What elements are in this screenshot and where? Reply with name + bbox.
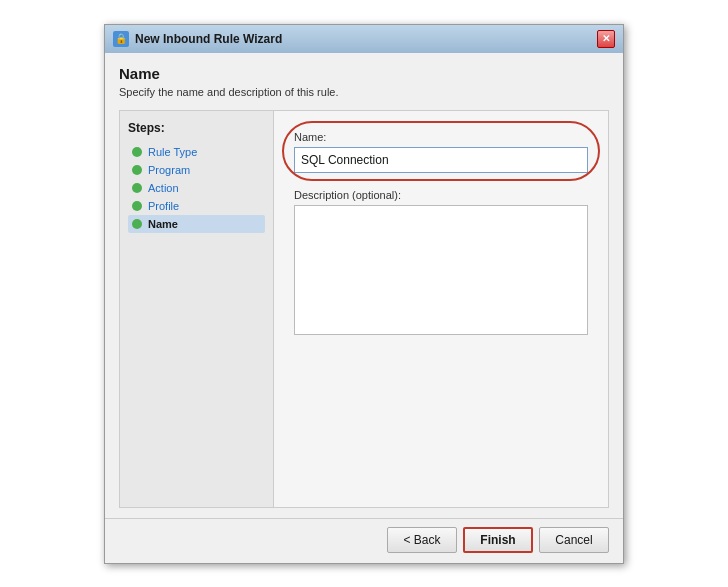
- finish-button[interactable]: Finish: [463, 527, 533, 553]
- name-section: Name:: [294, 131, 588, 173]
- step-label-name: Name: [148, 218, 178, 230]
- title-bar: 🔒 New Inbound Rule Wizard ✕: [105, 25, 623, 53]
- wizard-window: 🔒 New Inbound Rule Wizard ✕ Name Specify…: [104, 24, 624, 564]
- sidebar-item-profile[interactable]: Profile: [128, 197, 265, 215]
- step-label-action: Action: [148, 182, 179, 194]
- description-section: Description (optional):: [294, 189, 588, 338]
- sidebar-item-rule-type[interactable]: Rule Type: [128, 143, 265, 161]
- sidebar-item-action[interactable]: Action: [128, 179, 265, 197]
- step-dot-name: [132, 219, 142, 229]
- step-label-profile: Profile: [148, 200, 179, 212]
- sidebar-item-name[interactable]: Name: [128, 215, 265, 233]
- page-subtitle: Specify the name and description of this…: [119, 86, 609, 98]
- name-input[interactable]: [294, 147, 588, 173]
- footer: < Back Finish Cancel: [105, 518, 623, 563]
- step-dot-profile: [132, 201, 142, 211]
- description-field-label: Description (optional):: [294, 189, 588, 201]
- page-title: Name: [119, 65, 609, 82]
- main-area: Steps: Rule Type Program Action Profile: [119, 110, 609, 508]
- step-label-rule-type: Rule Type: [148, 146, 197, 158]
- cancel-button[interactable]: Cancel: [539, 527, 609, 553]
- window-title: New Inbound Rule Wizard: [135, 32, 591, 46]
- step-dot-rule-type: [132, 147, 142, 157]
- sidebar-item-program[interactable]: Program: [128, 161, 265, 179]
- step-dot-action: [132, 183, 142, 193]
- name-field-label: Name:: [294, 131, 588, 143]
- window-content: Name Specify the name and description of…: [105, 53, 623, 518]
- back-button[interactable]: < Back: [387, 527, 457, 553]
- step-dot-program: [132, 165, 142, 175]
- steps-label: Steps:: [128, 121, 265, 135]
- content-panel: Name: Description (optional):: [274, 110, 609, 508]
- window-icon: 🔒: [113, 31, 129, 47]
- step-label-program: Program: [148, 164, 190, 176]
- description-textarea[interactable]: [294, 205, 588, 335]
- steps-sidebar: Steps: Rule Type Program Action Profile: [119, 110, 274, 508]
- close-button[interactable]: ✕: [597, 30, 615, 48]
